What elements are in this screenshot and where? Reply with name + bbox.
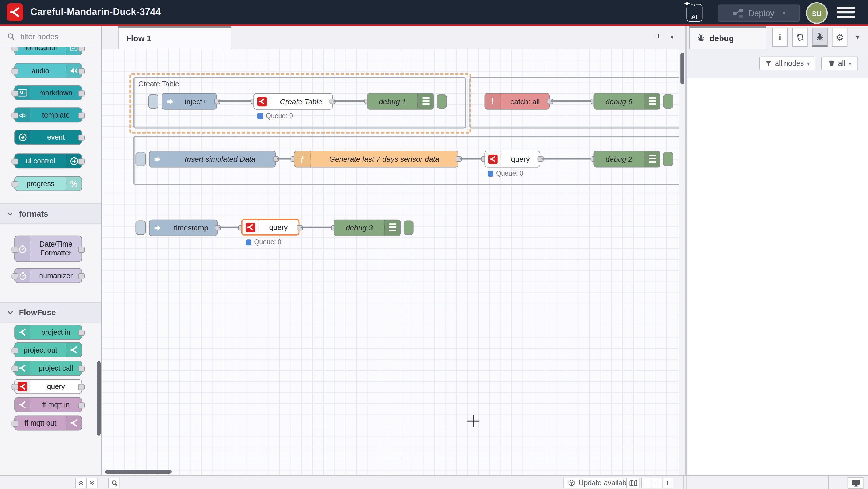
canvas-search-button[interactable]: [108, 478, 120, 488]
wire[interactable]: [219, 227, 240, 228]
zoom-out-button[interactable]: −: [641, 478, 652, 488]
port[interactable]: [78, 159, 85, 165]
palette-expand-button[interactable]: [86, 478, 98, 488]
port[interactable]: [11, 273, 18, 279]
port[interactable]: [78, 90, 85, 96]
open-dashboard-button[interactable]: [848, 477, 864, 489]
port[interactable]: [78, 402, 85, 408]
port[interactable]: [11, 366, 18, 372]
port[interactable]: [11, 247, 18, 253]
palette-node-project-out[interactable]: project out: [14, 343, 82, 357]
wire[interactable]: [218, 100, 253, 102]
port[interactable]: [78, 366, 85, 372]
scrollbar-thumb[interactable]: [680, 53, 684, 84]
node-inject-1[interactable]: inject1: [162, 93, 217, 110]
user-avatar[interactable]: su: [806, 2, 828, 24]
palette-node-project-in[interactable]: project in: [14, 325, 82, 340]
port[interactable]: [78, 112, 85, 118]
port[interactable]: [78, 384, 85, 390]
canvas-horizontal-scrollbar[interactable]: [105, 470, 172, 474]
palette-node-template[interactable]: </> template: [14, 108, 82, 122]
port[interactable]: [11, 181, 18, 187]
node-debug-6[interactable]: debug 6: [593, 93, 660, 110]
palette-section-formats[interactable]: formats: [0, 203, 101, 224]
main-menu-button[interactable]: [837, 7, 855, 18]
palette-scroll-area[interactable]: notification audio M↓ markdown </> templ…: [0, 47, 101, 476]
tab-debug[interactable]: debug: [689, 26, 766, 49]
wire[interactable]: [301, 227, 334, 228]
node-debug-1[interactable]: debug 1: [367, 93, 434, 110]
wire[interactable]: [460, 158, 483, 160]
node-generate-sensor-data[interactable]: ƒ Generate last 7 days sensor data: [294, 151, 458, 168]
node-create-table[interactable]: Create Table: [253, 93, 333, 110]
palette-node-ff-mqtt-in[interactable]: ff mqtt in: [14, 397, 82, 412]
wire[interactable]: [541, 158, 593, 160]
help-tab-button[interactable]: [792, 28, 808, 47]
palette-node-ui-control[interactable]: ui control: [14, 153, 82, 168]
sidebar-menu-caret-icon[interactable]: ▾: [856, 33, 859, 41]
port[interactable]: [11, 68, 18, 74]
port[interactable]: [11, 112, 18, 118]
debug-clear-button[interactable]: all ▾: [822, 57, 858, 70]
palette-node-datetime-formatter[interactable]: Date/Time Formatter: [14, 236, 82, 262]
zoom-in-button[interactable]: +: [662, 478, 673, 488]
node-debug-2[interactable]: debug 2: [593, 151, 660, 168]
debug-toggle-button[interactable]: [404, 221, 414, 235]
zoom-reset-button[interactable]: ○: [652, 478, 663, 488]
palette-search[interactable]: [0, 26, 101, 47]
inject-trigger-button[interactable]: [148, 94, 158, 109]
palette-node-notification[interactable]: notification: [14, 47, 82, 55]
port[interactable]: [78, 68, 85, 74]
node-query-2[interactable]: query: [484, 151, 540, 168]
port[interactable]: [11, 384, 18, 390]
deploy-caret-icon[interactable]: ▾: [782, 9, 786, 17]
palette-node-ff-mqtt-out[interactable]: ff mqtt out: [14, 415, 82, 430]
port[interactable]: [11, 47, 18, 51]
node-timestamp[interactable]: timestamp: [149, 220, 218, 236]
minimap-button[interactable]: [626, 478, 639, 488]
debug-filter-button[interactable]: all nodes ▾: [760, 57, 815, 70]
palette-node-event[interactable]: event: [14, 130, 82, 145]
node-query-3-selected[interactable]: query: [241, 219, 299, 236]
palette-node-audio[interactable]: audio: [14, 63, 82, 78]
wire[interactable]: [277, 158, 292, 160]
palette-node-markdown[interactable]: M↓ markdown: [14, 85, 82, 100]
port[interactable]: [78, 329, 85, 336]
port[interactable]: [11, 421, 18, 427]
flow-canvas[interactable]: Create Table inject1 Create Table Queue:…: [102, 49, 685, 476]
info-tab-button[interactable]: i: [772, 28, 787, 47]
tab-flow-1[interactable]: Flow 1: [118, 26, 231, 49]
palette-node-progress[interactable]: progress %: [14, 176, 82, 191]
palette-node-project-call[interactable]: project call: [14, 361, 82, 375]
settings-tab-button[interactable]: ⚙: [832, 28, 848, 47]
palette-node-query[interactable]: query: [14, 379, 82, 394]
ai-assistant-button[interactable]: ✦ ✦ AI: [686, 4, 702, 22]
palette-filter-input[interactable]: [19, 31, 93, 41]
port[interactable]: [78, 273, 85, 279]
wire[interactable]: [551, 100, 593, 102]
port[interactable]: [78, 47, 85, 51]
port[interactable]: [11, 347, 18, 353]
port[interactable]: [11, 90, 18, 96]
inject-trigger-button[interactable]: [135, 152, 146, 166]
debug-toggle-button[interactable]: [437, 94, 447, 109]
palette-collapse-button[interactable]: [75, 478, 87, 488]
node-insert-simulated-data[interactable]: Insert simulated Data: [149, 151, 276, 168]
palette-scrollbar[interactable]: [97, 361, 101, 435]
node-catch-all[interactable]: ! catch: all: [484, 93, 550, 110]
inject-trigger-button[interactable]: [135, 221, 146, 235]
canvas-vertical-scrollbar[interactable]: [679, 49, 685, 476]
wire[interactable]: [333, 100, 367, 102]
palette-section-flowfuse[interactable]: FlowFuse: [0, 302, 101, 322]
debug-toggle-button[interactable]: [663, 94, 673, 109]
port[interactable]: [78, 135, 85, 141]
port[interactable]: [11, 159, 18, 165]
debug-toggle-button[interactable]: [663, 152, 673, 166]
update-available-button[interactable]: Update available: [563, 478, 637, 488]
deploy-button[interactable]: Deploy ▾: [718, 4, 800, 22]
node-debug-3[interactable]: debug 3: [334, 220, 401, 236]
flow-list-caret-icon[interactable]: ▾: [670, 33, 674, 41]
add-flow-button[interactable]: +: [652, 31, 665, 42]
palette-node-humanizer[interactable]: humanizer: [14, 268, 82, 283]
debug-tab-button[interactable]: [812, 28, 828, 47]
